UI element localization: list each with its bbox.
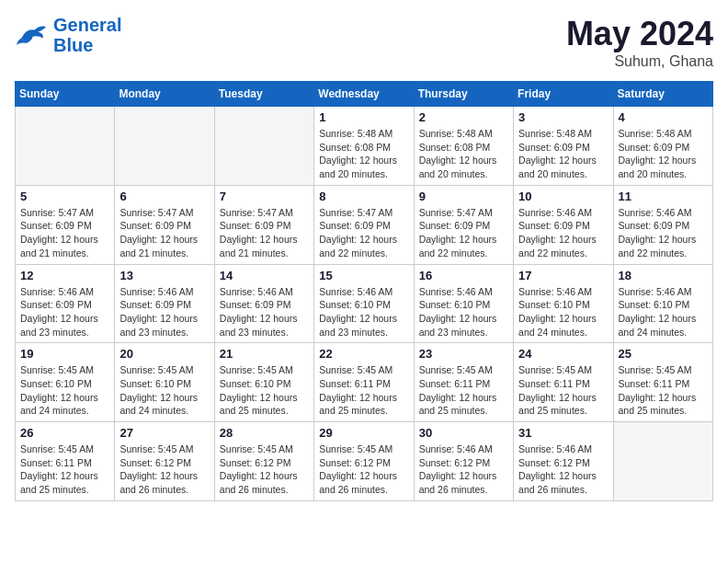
day-number: 3 xyxy=(518,110,608,124)
day-info: Sunrise: 5:46 AMSunset: 6:12 PMDaylight:… xyxy=(518,442,608,497)
day-info: Sunrise: 5:46 AMSunset: 6:09 PMDaylight:… xyxy=(119,285,209,339)
calendar-cell: 14Sunrise: 5:46 AMSunset: 6:09 PMDayligh… xyxy=(214,264,313,343)
weekday-header: Monday xyxy=(115,82,214,107)
day-info: Sunrise: 5:48 AMSunset: 6:08 PMDaylight:… xyxy=(319,127,408,181)
day-info: Sunrise: 5:45 AMSunset: 6:10 PMDaylight:… xyxy=(119,363,209,418)
day-number: 25 xyxy=(619,347,708,361)
calendar-cell: 30Sunrise: 5:46 AMSunset: 6:12 PMDayligh… xyxy=(414,422,513,501)
day-number: 30 xyxy=(419,426,508,440)
logo-text: General Blue xyxy=(53,15,121,55)
calendar-cell: 4Sunrise: 5:48 AMSunset: 6:09 PMDaylight… xyxy=(613,107,712,186)
day-info: Sunrise: 5:45 AMSunset: 6:11 PMDaylight:… xyxy=(518,363,608,418)
calendar-cell: 27Sunrise: 5:45 AMSunset: 6:12 PMDayligh… xyxy=(115,422,214,501)
weekday-header: Wednesday xyxy=(314,82,414,107)
calendar-week-row: 19Sunrise: 5:45 AMSunset: 6:10 PMDayligh… xyxy=(16,343,713,422)
day-number: 20 xyxy=(119,347,209,361)
calendar-cell xyxy=(115,107,214,186)
calendar-cell: 20Sunrise: 5:45 AMSunset: 6:10 PMDayligh… xyxy=(115,343,214,422)
weekday-header: Tuesday xyxy=(214,82,313,107)
day-number: 6 xyxy=(119,190,209,203)
day-number: 17 xyxy=(518,269,608,282)
calendar-cell: 5Sunrise: 5:47 AMSunset: 6:09 PMDaylight… xyxy=(16,185,115,264)
page-header: General Blue May 2024 Suhum, Ghana xyxy=(15,15,713,70)
logo: General Blue xyxy=(15,15,121,55)
weekday-header: Sunday xyxy=(16,82,115,107)
day-info: Sunrise: 5:45 AMSunset: 6:10 PMDaylight:… xyxy=(220,363,309,418)
calendar-cell: 31Sunrise: 5:46 AMSunset: 6:12 PMDayligh… xyxy=(514,422,613,501)
day-info: Sunrise: 5:48 AMSunset: 6:08 PMDaylight:… xyxy=(419,127,508,181)
day-number: 15 xyxy=(319,269,408,282)
day-number: 26 xyxy=(20,426,109,440)
day-info: Sunrise: 5:45 AMSunset: 6:12 PMDaylight:… xyxy=(319,442,408,497)
calendar-cell: 24Sunrise: 5:45 AMSunset: 6:11 PMDayligh… xyxy=(514,343,613,422)
day-number: 12 xyxy=(20,269,109,282)
day-number: 24 xyxy=(518,347,608,361)
calendar-cell: 21Sunrise: 5:45 AMSunset: 6:10 PMDayligh… xyxy=(214,343,313,422)
day-info: Sunrise: 5:45 AMSunset: 6:11 PMDaylight:… xyxy=(619,363,708,418)
day-info: Sunrise: 5:48 AMSunset: 6:09 PMDaylight:… xyxy=(619,127,708,181)
day-info: Sunrise: 5:48 AMSunset: 6:09 PMDaylight:… xyxy=(518,127,608,181)
day-number: 16 xyxy=(419,269,508,282)
day-info: Sunrise: 5:46 AMSunset: 6:09 PMDaylight:… xyxy=(619,206,708,260)
calendar-week-row: 5Sunrise: 5:47 AMSunset: 6:09 PMDaylight… xyxy=(16,185,713,264)
day-number: 5 xyxy=(20,190,109,203)
day-number: 21 xyxy=(220,347,309,361)
day-number: 19 xyxy=(20,347,109,361)
calendar-cell: 17Sunrise: 5:46 AMSunset: 6:10 PMDayligh… xyxy=(514,264,613,343)
calendar-cell: 2Sunrise: 5:48 AMSunset: 6:08 PMDaylight… xyxy=(414,107,513,186)
calendar-week-row: 1Sunrise: 5:48 AMSunset: 6:08 PMDaylight… xyxy=(16,107,713,186)
day-info: Sunrise: 5:47 AMSunset: 6:09 PMDaylight:… xyxy=(20,206,109,260)
calendar-week-row: 26Sunrise: 5:45 AMSunset: 6:11 PMDayligh… xyxy=(16,422,713,501)
day-number: 18 xyxy=(619,269,708,282)
day-info: Sunrise: 5:47 AMSunset: 6:09 PMDaylight:… xyxy=(419,206,508,260)
weekday-header: Saturday xyxy=(613,82,712,107)
calendar-cell: 3Sunrise: 5:48 AMSunset: 6:09 PMDaylight… xyxy=(514,107,613,186)
calendar-table: SundayMondayTuesdayWednesdayThursdayFrid… xyxy=(15,81,713,501)
day-info: Sunrise: 5:46 AMSunset: 6:10 PMDaylight:… xyxy=(419,285,508,339)
calendar-cell: 7Sunrise: 5:47 AMSunset: 6:09 PMDaylight… xyxy=(214,185,313,264)
calendar-cell: 15Sunrise: 5:46 AMSunset: 6:10 PMDayligh… xyxy=(314,264,414,343)
calendar-cell: 11Sunrise: 5:46 AMSunset: 6:09 PMDayligh… xyxy=(613,185,712,264)
calendar-cell: 1Sunrise: 5:48 AMSunset: 6:08 PMDaylight… xyxy=(314,107,414,186)
day-info: Sunrise: 5:46 AMSunset: 6:10 PMDaylight:… xyxy=(619,285,708,339)
calendar-cell: 8Sunrise: 5:47 AMSunset: 6:09 PMDaylight… xyxy=(314,185,414,264)
day-info: Sunrise: 5:46 AMSunset: 6:09 PMDaylight:… xyxy=(20,285,109,339)
day-number: 22 xyxy=(319,347,408,361)
day-number: 11 xyxy=(619,190,708,203)
calendar-cell: 13Sunrise: 5:46 AMSunset: 6:09 PMDayligh… xyxy=(115,264,214,343)
day-number: 2 xyxy=(419,110,508,124)
day-number: 31 xyxy=(518,426,608,440)
day-info: Sunrise: 5:47 AMSunset: 6:09 PMDaylight:… xyxy=(119,206,209,260)
day-number: 27 xyxy=(119,426,209,440)
day-number: 29 xyxy=(319,426,408,440)
month-title: May 2024 xyxy=(566,15,713,53)
day-number: 9 xyxy=(419,190,508,203)
calendar-cell: 19Sunrise: 5:45 AMSunset: 6:10 PMDayligh… xyxy=(16,343,115,422)
calendar-cell: 29Sunrise: 5:45 AMSunset: 6:12 PMDayligh… xyxy=(314,422,414,501)
calendar-cell: 26Sunrise: 5:45 AMSunset: 6:11 PMDayligh… xyxy=(16,422,115,501)
calendar-week-row: 12Sunrise: 5:46 AMSunset: 6:09 PMDayligh… xyxy=(16,264,713,343)
weekday-header: Friday xyxy=(514,82,613,107)
day-number: 13 xyxy=(119,269,209,282)
calendar-header-row: SundayMondayTuesdayWednesdayThursdayFrid… xyxy=(16,82,713,107)
calendar-cell: 22Sunrise: 5:45 AMSunset: 6:11 PMDayligh… xyxy=(314,343,414,422)
weekday-header: Thursday xyxy=(414,82,513,107)
day-info: Sunrise: 5:46 AMSunset: 6:09 PMDaylight:… xyxy=(518,206,608,260)
calendar-cell: 25Sunrise: 5:45 AMSunset: 6:11 PMDayligh… xyxy=(613,343,712,422)
day-info: Sunrise: 5:45 AMSunset: 6:12 PMDaylight:… xyxy=(119,442,209,497)
calendar-cell xyxy=(613,422,712,501)
title-block: May 2024 Suhum, Ghana xyxy=(566,15,713,70)
day-info: Sunrise: 5:46 AMSunset: 6:10 PMDaylight:… xyxy=(518,285,608,339)
day-number: 7 xyxy=(220,190,309,203)
logo-bird-icon xyxy=(15,21,48,49)
calendar-cell: 6Sunrise: 5:47 AMSunset: 6:09 PMDaylight… xyxy=(115,185,214,264)
day-info: Sunrise: 5:45 AMSunset: 6:11 PMDaylight:… xyxy=(419,363,508,418)
day-info: Sunrise: 5:47 AMSunset: 6:09 PMDaylight:… xyxy=(319,206,408,260)
calendar-cell xyxy=(214,107,313,186)
calendar-cell: 28Sunrise: 5:45 AMSunset: 6:12 PMDayligh… xyxy=(214,422,313,501)
day-info: Sunrise: 5:45 AMSunset: 6:11 PMDaylight:… xyxy=(20,442,109,497)
day-number: 10 xyxy=(518,190,608,203)
day-number: 28 xyxy=(220,426,309,440)
calendar-cell: 16Sunrise: 5:46 AMSunset: 6:10 PMDayligh… xyxy=(414,264,513,343)
day-info: Sunrise: 5:45 AMSunset: 6:12 PMDaylight:… xyxy=(220,442,309,497)
